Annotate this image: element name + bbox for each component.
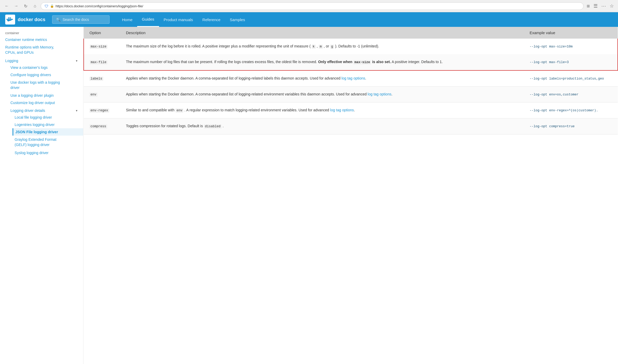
description-cell-max-file: The maximum number of log files that can…: [120, 54, 524, 70]
lock-icon: 🔒: [50, 4, 54, 8]
col-header-example: Example value: [524, 27, 618, 39]
main-layout: container Container runtime metrics Runt…: [0, 27, 618, 364]
sidebar-item-logging-driver-plugin[interactable]: Use a logging driver plugin: [8, 92, 83, 99]
sidebar: container Container runtime metrics Runt…: [0, 27, 83, 364]
sidebar-category-logging[interactable]: Logging ▼: [0, 57, 83, 64]
more-button[interactable]: ⋯: [600, 2, 607, 10]
browser-chrome: ← → ↻ ⌂ 🛡 🔒 https://docs.docker.com/conf…: [0, 0, 618, 12]
star-button[interactable]: ☆: [609, 2, 615, 10]
code-env-inline: env: [175, 108, 184, 113]
sidebar-item-customize-log-driver[interactable]: Customize log driver output: [8, 99, 83, 106]
option-cell-env: env: [84, 86, 120, 102]
option-code-max-size: max-size: [90, 45, 107, 49]
table-row-max-file: max-file The maximum number of log files…: [84, 54, 618, 70]
example-code-max-size: --log-opt max-size=10m: [530, 45, 573, 48]
option-cell-labels: labels: [84, 70, 120, 87]
sidebar-item-logentries-logging[interactable]: Logentries logging driver: [13, 121, 83, 128]
description-cell-compress: Toggles compression for rotated logs. De…: [120, 118, 524, 134]
option-cell-env-regex: env-regex: [84, 102, 120, 118]
sidebar-item-local-file-logging[interactable]: Local file logging driver: [13, 114, 83, 121]
logo-area: docker docs: [5, 15, 47, 25]
home-button[interactable]: ⌂: [31, 2, 39, 10]
description-cell-labels: Applies when starting the Docker daemon.…: [120, 70, 524, 87]
address-bar[interactable]: 🛡 🔒 https://docs.docker.com/config/conta…: [41, 2, 584, 10]
table-row-labels: labels Applies when starting the Docker …: [84, 70, 618, 87]
sidebar-logging-driver-details-label: Logging driver details: [10, 108, 45, 113]
option-cell-compress: compress: [84, 118, 120, 134]
search-bar[interactable]: 🔍 Search the docs: [52, 15, 110, 24]
code-k: k: [312, 45, 316, 49]
table-row-env: env Applies when starting the Docker dae…: [84, 86, 618, 102]
bookmarks-button[interactable]: ☰: [592, 2, 599, 10]
option-cell-max-file: max-file: [84, 54, 120, 70]
link-log-tag-options-env-regex[interactable]: log tag options: [330, 108, 354, 112]
link-log-tag-options-env[interactable]: log tag options: [368, 92, 391, 96]
back-button[interactable]: ←: [3, 2, 10, 10]
svg-rect-2: [10, 19, 11, 20]
top-nav: docker docs 🔍 Search the docs Home Guide…: [0, 12, 618, 27]
refresh-button[interactable]: ↻: [22, 2, 29, 10]
example-cell-env-regex: --log-opt env-regex=^(os|customer).: [524, 102, 618, 118]
shield-icon: 🛡: [45, 4, 49, 8]
example-code-compress: --log-opt compress=true: [530, 125, 575, 128]
table-header-row: Option Description Example value: [84, 27, 618, 39]
description-cell-env-regex: Similar to and compatible with env . A r…: [120, 102, 524, 118]
table-row-env-regex: env-regex Similar to and compatible with…: [84, 102, 618, 118]
example-cell-max-size: --log-opt max-size=10m: [524, 39, 618, 54]
nav-links: Home Guides Product manuals Reference Sa…: [117, 12, 250, 27]
nav-product-manuals[interactable]: Product manuals: [159, 13, 198, 27]
sidebar-category-logging-driver-details[interactable]: Logging driver details ▼: [8, 106, 83, 114]
sidebar-item-syslog-logging[interactable]: Syslog logging driver: [13, 149, 83, 156]
example-code-max-file: --log-opt max-file=3: [530, 60, 569, 64]
code-m: m: [319, 45, 323, 49]
docker-logo-icon: [5, 15, 15, 25]
description-cell-env: Applies when starting the Docker daemon.…: [120, 86, 524, 102]
example-cell-max-file: --log-opt max-file=3: [524, 54, 618, 70]
sidebar-logging-label: Logging: [5, 59, 18, 63]
nav-guides[interactable]: Guides: [137, 12, 159, 27]
address-text: https://docs.docker.com/config/container…: [56, 4, 580, 8]
nav-home[interactable]: Home: [117, 13, 137, 27]
browser-actions: ⊞ ☰ ⋯ ☆: [586, 2, 615, 10]
sidebar-item-runtime-options[interactable]: Runtime options with Memory,CPUs, and GP…: [0, 43, 83, 57]
sidebar-item-view-container-logs[interactable]: View a container's logs: [8, 64, 83, 71]
option-code-compress: compress: [89, 124, 107, 129]
example-cell-env: --log-opt env=os,customer: [524, 86, 618, 102]
content-area: Option Description Example value max-siz…: [83, 27, 618, 364]
code-max-size-inline: max-size: [353, 60, 371, 64]
description-cell-max-size: The maximum size of the log before it is…: [120, 39, 524, 54]
option-code-max-file: max-file: [90, 60, 107, 64]
sidebar-item-container-runtime-metrics[interactable]: Container runtime metrics: [0, 36, 83, 43]
option-code-labels: labels: [89, 77, 103, 81]
sidebar-item-gelf-logging[interactable]: Graylog Extended Format(GELF) logging dr…: [13, 136, 83, 149]
table-row-max-size: max-size The maximum size of the log bef…: [84, 39, 618, 54]
col-header-option: Option: [84, 27, 120, 39]
example-code-labels: --log-opt labels=production_status,geo: [530, 77, 604, 81]
nav-reference[interactable]: Reference: [198, 13, 225, 27]
example-cell-labels: --log-opt labels=production_status,geo: [524, 70, 618, 87]
sidebar-logging-subitems: View a container's logs Configure loggin…: [0, 64, 83, 156]
search-placeholder: Search the docs: [63, 17, 89, 22]
main-table-wrap: Option Description Example value max-siz…: [83, 27, 618, 135]
col-header-description: Description: [120, 27, 524, 39]
sidebar-item-configure-logging[interactable]: Configure logging drivers: [8, 71, 83, 78]
sidebar-top-item: container: [0, 30, 83, 36]
search-icon: 🔍: [56, 17, 60, 22]
svg-rect-4: [8, 17, 9, 19]
code-disabled: disabled: [204, 124, 222, 129]
link-log-tag-options-labels[interactable]: log tag options: [341, 76, 365, 80]
bold-text-max-file: Only effective when max-size is also set…: [318, 60, 391, 64]
nav-samples[interactable]: Samples: [225, 13, 250, 27]
logo-text: docker docs: [18, 17, 45, 22]
chevron-down-icon-2: ▼: [75, 109, 78, 112]
example-cell-compress: --log-opt compress=true: [524, 118, 618, 134]
code-g: g: [330, 45, 334, 49]
svg-rect-3: [10, 17, 11, 19]
forward-button[interactable]: →: [13, 2, 20, 10]
sidebar-item-docker-logs-driver[interactable]: Use docker logs with a loggingdriver: [8, 78, 83, 92]
options-table: Option Description Example value max-siz…: [83, 27, 618, 135]
chevron-down-icon: ▼: [75, 59, 78, 62]
sidebar-item-json-file-logging[interactable]: JSON File logging driver: [13, 128, 83, 136]
svg-rect-1: [8, 19, 9, 20]
extensions-button[interactable]: ⊞: [586, 3, 591, 9]
